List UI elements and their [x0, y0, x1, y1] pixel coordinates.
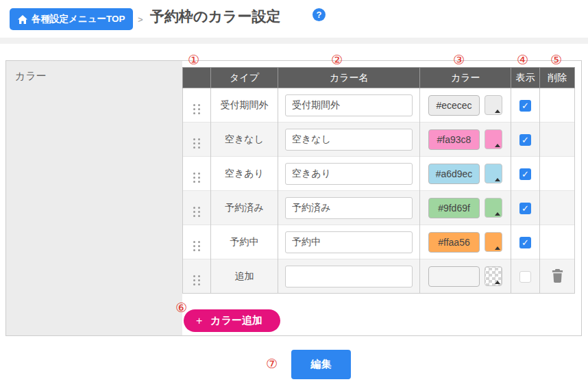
help-icon[interactable]: ? [313, 8, 326, 21]
color-table-wrap: タイプ カラー名 カラー 表示 削除 受付期間外#ececec空きなし#fa93… [182, 67, 575, 294]
breadcrumb-separator: > [138, 14, 143, 25]
color-name-input[interactable] [285, 197, 413, 219]
color-name-input[interactable] [285, 94, 413, 116]
header-type: タイプ [211, 68, 278, 88]
table-row: 空きなし#fa93c8 [183, 123, 575, 157]
type-label: 予約中 [230, 236, 259, 247]
delete-cell [540, 157, 575, 191]
color-swatch-button[interactable] [485, 164, 502, 183]
color-swatch-button[interactable] [485, 129, 502, 149]
color-swatch-button[interactable] [485, 95, 502, 115]
hex-value-field[interactable]: #9fd69f [428, 198, 480, 218]
visible-checkbox[interactable] [519, 203, 531, 214]
add-color-label: カラー追加 [210, 314, 262, 327]
picker-triangle-icon [495, 144, 500, 147]
visible-checkbox[interactable] [519, 134, 531, 146]
edit-button[interactable]: 編集 [291, 350, 351, 379]
home-icon [18, 15, 27, 24]
hex-value-field[interactable] [428, 266, 480, 287]
drag-handle-icon[interactable] [193, 241, 200, 251]
table-row: 予約中#ffaa56 [183, 225, 575, 259]
visible-checkbox[interactable] [519, 237, 531, 248]
table-row: 受付期間外#ececec [183, 88, 575, 123]
color-swatch-button[interactable] [485, 266, 502, 286]
delete-cell [540, 259, 575, 294]
header-delete: 削除 [540, 68, 575, 88]
type-label: 予約済み [225, 202, 263, 213]
add-color-button[interactable]: + カラー追加 [184, 309, 280, 332]
page-title: 予約枠のカラー設定 [150, 7, 280, 26]
color-swatch-button[interactable] [485, 232, 502, 252]
drag-handle-icon[interactable] [193, 172, 200, 183]
picker-triangle-icon [495, 110, 500, 113]
color-name-input[interactable] [285, 129, 413, 151]
table-body: 受付期間外#ececec空きなし#fa93c8空きあり#a6d9ec予約済み#9… [183, 88, 575, 294]
color-name-input[interactable] [285, 231, 413, 253]
delete-cell [540, 191, 575, 225]
hex-value-field[interactable]: #ffaa56 [428, 232, 480, 253]
drag-handle-icon[interactable] [193, 275, 200, 285]
table-row: 空きあり#a6d9ec [183, 157, 575, 191]
delete-cell [540, 88, 575, 123]
type-label: 受付期間外 [221, 99, 269, 110]
picker-triangle-icon [495, 246, 500, 250]
color-table: タイプ カラー名 カラー 表示 削除 受付期間外#ececec空きなし#fa93… [182, 67, 575, 294]
picker-triangle-icon [495, 178, 500, 181]
hex-value-field[interactable]: #a6d9ec [428, 164, 480, 184]
hex-value-field[interactable]: #fa93c8 [428, 129, 480, 150]
visible-checkbox[interactable] [519, 271, 531, 283]
delete-cell [540, 123, 575, 157]
color-name-input[interactable] [285, 266, 413, 287]
breadcrumb-label: 各種設定メニューTOP [32, 13, 125, 25]
color-swatch-button[interactable] [485, 198, 502, 218]
color-name-input[interactable] [285, 163, 413, 185]
plus-icon: + [196, 315, 202, 327]
table-header-row: タイプ カラー名 カラー 表示 削除 [183, 68, 575, 88]
section-label-column: カラー [6, 61, 182, 335]
visible-checkbox[interactable] [519, 168, 531, 180]
annotation-7: ⑦ [266, 357, 278, 370]
table-row: 追加 [183, 259, 575, 294]
header-color-name: カラー名 [278, 68, 420, 88]
hex-value-field[interactable]: #ececec [428, 95, 480, 116]
section-label: カラー [15, 70, 182, 83]
header-divider [0, 38, 588, 44]
breadcrumb-home-button[interactable]: 各種設定メニューTOP [10, 8, 133, 30]
header-visible: 表示 [511, 68, 540, 88]
picker-triangle-icon [495, 212, 500, 216]
type-label: 追加 [235, 270, 254, 281]
drag-handle-icon[interactable] [193, 138, 200, 149]
trash-icon [551, 268, 564, 283]
picker-triangle-icon [495, 281, 500, 284]
visible-checkbox[interactable] [519, 100, 531, 112]
delete-row-button[interactable] [550, 267, 565, 286]
table-row: 予約済み#9fd69f [183, 191, 575, 225]
drag-handle-icon[interactable] [193, 104, 200, 114]
type-label: 空きあり [225, 168, 264, 179]
color-settings-panel: カラー タイプ カラー名 カラー 表示 削除 受付期間外#ececec空きなし#… [5, 60, 582, 336]
drag-handle-icon[interactable] [193, 207, 200, 217]
header-drag [183, 68, 211, 88]
type-label: 空きなし [225, 133, 264, 144]
header-color: カラー [420, 68, 511, 88]
delete-cell [540, 225, 575, 259]
